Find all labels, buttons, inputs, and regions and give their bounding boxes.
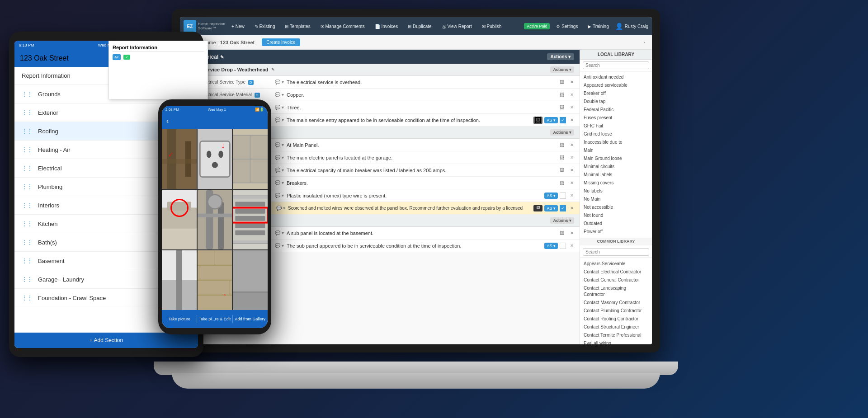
dropdown-arrow[interactable]: ▾ [282, 80, 284, 85]
dropdown-arrow[interactable]: ▾ [282, 105, 284, 110]
photo-icon[interactable]: 🖼 [558, 141, 566, 149]
library-item[interactable]: Anti oxidant needed [584, 73, 648, 81]
dropdown-arrow[interactable]: ▾ [282, 243, 284, 248]
delete-icon[interactable]: ✕ [568, 204, 576, 212]
checkbox[interactable] [560, 243, 566, 249]
nav-templates[interactable]: ⊞ Templates [281, 22, 314, 31]
as-badge[interactable]: AS ▾ [544, 205, 558, 211]
common-search-input[interactable] [583, 248, 649, 256]
library-item[interactable]: Inaccessible due to [584, 138, 648, 146]
dropdown-arrow[interactable]: ▾ [282, 180, 284, 185]
photo-icon[interactable]: 🖼 [558, 91, 566, 99]
delete-icon[interactable]: ✕ [568, 91, 576, 99]
library-item[interactable]: Contact Electrical Contractor [584, 268, 648, 276]
photo-icon[interactable]: 🖼 [558, 103, 566, 112]
dropdown-arrow[interactable]: ▾ [283, 206, 285, 211]
library-item[interactable]: Not found [584, 211, 648, 220]
library-item[interactable]: Outdated [584, 220, 648, 228]
electrical-actions-btn[interactable]: Actions ▾ [547, 53, 574, 60]
delete-icon[interactable]: ✕ [568, 179, 576, 187]
library-item[interactable]: Contact General Contractor [584, 276, 648, 284]
library-item[interactable]: Fuses present [584, 114, 648, 122]
library-item[interactable]: Breaker off [584, 89, 648, 98]
create-invoice-btn[interactable]: Create Invoice [262, 38, 300, 46]
library-item[interactable]: Contact Structural Engineer [584, 323, 648, 331]
library-item[interactable]: Minimal circuits [584, 163, 648, 171]
photo-cell-4[interactable] [162, 190, 197, 249]
comment-icon[interactable]: 💬 [275, 243, 280, 248]
photo-cell-7[interactable] [162, 250, 197, 310]
take-picture-edit-btn[interactable]: Take pi...re & Edit [197, 315, 232, 323]
comment-icon[interactable]: 💬 [275, 230, 280, 235]
nav-existing[interactable]: ✎ Existing [251, 22, 279, 31]
checkbox[interactable]: ✓ [560, 117, 566, 123]
library-item[interactable]: Appears Serviceable [584, 260, 648, 268]
library-item[interactable]: No labels [584, 187, 648, 195]
comment-icon[interactable]: 💬 [275, 142, 280, 147]
delete-icon[interactable]: ✕ [568, 103, 576, 112]
comment-icon[interactable]: 💬 [275, 105, 280, 110]
photo-icon[interactable]: 🖼 [558, 166, 566, 174]
nav-invoices[interactable]: 📄 Invoices [371, 22, 401, 31]
nav-duplicate[interactable]: ⊞ Duplicate [404, 22, 435, 31]
subpanel-actions[interactable]: Actions ▾ [550, 217, 574, 224]
nav-new[interactable]: + New [228, 22, 248, 31]
photo-cell-5[interactable] [198, 190, 232, 249]
delete-icon[interactable]: ✕ [568, 242, 576, 250]
library-item[interactable]: Grid rod loose [584, 130, 648, 138]
add-section-btn[interactable]: + Add Section [90, 337, 123, 343]
photo-icon[interactable]: 🖼 [558, 179, 566, 187]
library-item[interactable]: Federal Pacific [584, 106, 648, 114]
comment-icon[interactable]: 💬 [275, 92, 280, 97]
library-item[interactable]: Contact Termite Professional [584, 331, 648, 339]
comment-icon[interactable]: 💬 [275, 80, 280, 85]
comment-icon[interactable]: 💬 [276, 206, 282, 211]
nav-arrow-right[interactable]: › [640, 38, 648, 47]
comment-icon[interactable]: 💬 [275, 180, 280, 185]
dropdown-arrow[interactable]: ▾ [282, 193, 284, 198]
library-item[interactable]: Contact Masonry Contractor [584, 299, 648, 307]
library-item[interactable]: Contact Landscaping Contractor [584, 284, 648, 299]
library-item[interactable]: Not accessible [584, 203, 648, 211]
library-item[interactable]: Eval all wiring [584, 339, 648, 344]
dropdown-arrow[interactable]: ▾ [282, 92, 284, 97]
comment-icon[interactable]: 💬 [275, 117, 280, 122]
checkbox[interactable] [560, 193, 566, 199]
delete-icon[interactable]: ✕ [568, 192, 576, 200]
photo-cell-9[interactable] [233, 250, 268, 310]
nav-publish[interactable]: ✉ Publish [478, 22, 505, 31]
nav-view-report[interactable]: 🖨 View Report [438, 22, 476, 31]
comment-icon[interactable]: 💬 [275, 168, 280, 173]
take-picture-btn[interactable]: Take picture [162, 315, 197, 323]
photo-cell-6[interactable] [233, 190, 268, 249]
comment-icon[interactable]: 💬 [275, 193, 280, 198]
dropdown-arrow[interactable]: ▾ [282, 142, 284, 147]
as-badge[interactable]: AS ▾ [544, 193, 558, 199]
service-drop-actions[interactable]: Actions ▾ [550, 66, 574, 73]
photo-cell-2[interactable]: ↓ [198, 129, 232, 189]
library-item[interactable]: Double tap [584, 98, 648, 106]
delete-icon[interactable]: ✕ [568, 154, 576, 162]
main-panel-actions[interactable]: Actions ▾ [550, 129, 574, 136]
delete-icon[interactable]: ✕ [568, 116, 576, 124]
library-item[interactable]: GFIC Fail [584, 122, 648, 130]
back-button[interactable]: ‹ [166, 117, 169, 125]
photo-icon[interactable]: 🖼 [558, 78, 566, 86]
photo-thumbnail[interactable]: 🖼 [533, 117, 542, 124]
add-from-gallery-btn[interactable]: Add from Gallery [233, 315, 268, 323]
as-badge[interactable]: AS ▾ [544, 243, 558, 249]
nav-comments[interactable]: ✉ Manage Comments [317, 22, 368, 31]
library-item[interactable]: Minimal labels [584, 171, 648, 179]
photo-thumbnail[interactable]: 🖼 [533, 205, 542, 211]
delete-icon[interactable]: ✕ [568, 141, 576, 149]
photo-icon[interactable]: 🖼 [558, 229, 566, 237]
delete-icon[interactable]: ✕ [568, 166, 576, 174]
dropdown-arrow[interactable]: ▾ [282, 230, 284, 235]
library-item[interactable]: Appeared serviceable [584, 81, 648, 89]
photo-icon[interactable]: 🖼 [558, 154, 566, 162]
comment-icon[interactable]: 💬 [275, 155, 280, 160]
delete-icon[interactable]: ✕ [568, 229, 576, 237]
library-item[interactable]: Missing covers [584, 179, 648, 187]
library-item[interactable]: Power off [584, 228, 648, 236]
photo-cell-8[interactable]: → [198, 250, 232, 310]
